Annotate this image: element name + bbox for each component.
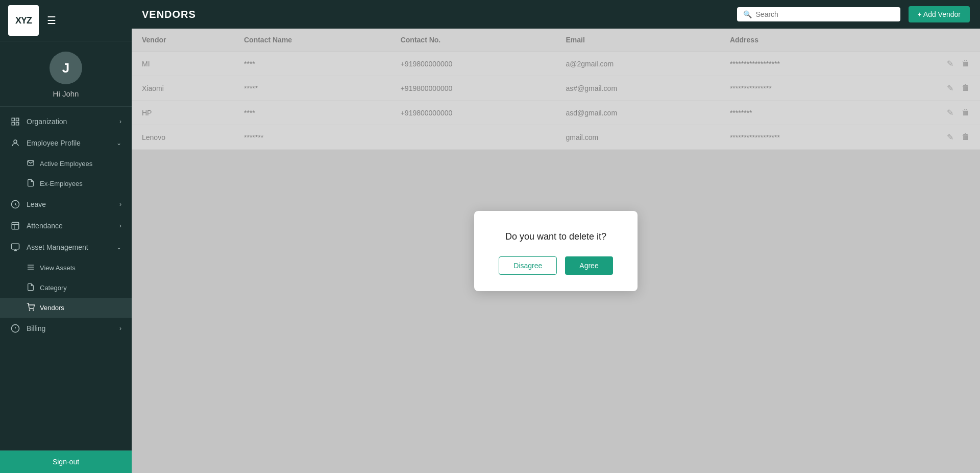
sidebar-label-attendance: Attendance <box>27 222 113 230</box>
ex-employees-icon <box>27 179 35 188</box>
sidebar-item-employee-profile[interactable]: Employee Profile ⌄ <box>0 132 132 154</box>
sidebar-item-active-employees[interactable]: Active Employees <box>0 154 132 174</box>
sidebar-label-asset-management: Asset Management <box>27 243 110 251</box>
chevron-employee-profile-icon: ⌄ <box>116 139 121 147</box>
sidebar-label-category: Category <box>40 284 67 292</box>
svg-rect-1 <box>16 118 19 121</box>
billing-icon <box>10 323 20 334</box>
nav-menu: Organization › Employee Profile ⌄ Active… <box>0 107 132 450</box>
search-bar: 🔍 <box>737 7 900 21</box>
chevron-leave-icon: › <box>119 201 121 208</box>
delete-dialog: Do you want to delete it? Disagree Agree <box>474 211 637 291</box>
svg-rect-3 <box>16 123 19 125</box>
sidebar-label-active-employees: Active Employees <box>40 160 92 168</box>
vendors-icon <box>27 303 35 313</box>
agree-button[interactable]: Agree <box>565 256 612 275</box>
sidebar-label-leave: Leave <box>27 200 113 208</box>
view-assets-icon <box>27 263 35 273</box>
app-logo: XYZ <box>8 5 39 36</box>
sidebar-label-employee-profile: Employee Profile <box>27 139 110 147</box>
sign-out-button[interactable]: Sign-out <box>0 450 132 473</box>
sidebar: XYZ ☰ J Hi John Organization › Employee … <box>0 0 132 473</box>
user-section: J Hi John <box>0 41 132 107</box>
top-nav: VENDORS 🔍 + Add Vendor <box>132 0 980 29</box>
attendance-icon <box>10 221 20 231</box>
leave-icon <box>10 199 20 209</box>
sidebar-item-billing[interactable]: Billing › <box>0 318 132 339</box>
sidebar-item-leave[interactable]: Leave › <box>0 194 132 215</box>
svg-point-4 <box>14 140 17 143</box>
sidebar-item-organization[interactable]: Organization › <box>0 111 132 132</box>
sidebar-item-view-assets[interactable]: View Assets <box>0 258 132 278</box>
table-area: Vendor Contact Name Contact No. Email Ad… <box>132 29 980 473</box>
sidebar-item-category[interactable]: Category <box>0 278 132 298</box>
svg-point-16 <box>29 310 30 310</box>
main-content: VENDORS 🔍 + Add Vendor Vendor Contact Na… <box>132 0 980 473</box>
disagree-button[interactable]: Disagree <box>499 256 557 275</box>
svg-rect-0 <box>12 118 14 121</box>
search-input[interactable] <box>756 10 894 18</box>
chevron-attendance-icon: › <box>119 222 121 229</box>
sidebar-item-asset-management[interactable]: Asset Management ⌄ <box>0 236 132 258</box>
sidebar-label-organization: Organization <box>27 117 113 126</box>
sidebar-item-ex-employees[interactable]: Ex-Employees <box>0 174 132 194</box>
delete-dialog-overlay: Do you want to delete it? Disagree Agree <box>132 29 980 473</box>
add-vendor-button[interactable]: + Add Vendor <box>909 6 970 22</box>
sidebar-label-view-assets: View Assets <box>40 264 76 272</box>
active-employees-icon <box>27 159 35 169</box>
svg-rect-10 <box>12 244 19 249</box>
organization-icon <box>10 116 20 127</box>
page-title: VENDORS <box>142 9 196 20</box>
dialog-title: Do you want to delete it? <box>499 231 612 242</box>
chevron-billing-icon: › <box>119 325 121 332</box>
sidebar-item-attendance[interactable]: Attendance › <box>0 215 132 236</box>
asset-management-icon <box>10 242 20 252</box>
greeting: Hi John <box>53 89 79 98</box>
dialog-buttons: Disagree Agree <box>499 256 612 275</box>
sidebar-item-vendors[interactable]: Vendors <box>0 298 132 318</box>
avatar: J <box>50 52 82 84</box>
svg-rect-2 <box>12 123 14 125</box>
svg-point-17 <box>33 310 34 310</box>
sidebar-header: XYZ ☰ <box>0 0 132 41</box>
chevron-asset-management-icon: ⌄ <box>116 244 121 251</box>
sidebar-label-ex-employees: Ex-Employees <box>40 180 83 187</box>
search-icon: 🔍 <box>743 10 752 18</box>
category-icon <box>27 283 35 293</box>
chevron-organization-icon: › <box>119 118 121 125</box>
hamburger-button[interactable]: ☰ <box>45 12 58 29</box>
employee-profile-icon <box>10 138 20 148</box>
sidebar-label-billing: Billing <box>27 324 113 333</box>
svg-rect-7 <box>12 222 19 229</box>
sidebar-label-vendors: Vendors <box>40 304 64 312</box>
